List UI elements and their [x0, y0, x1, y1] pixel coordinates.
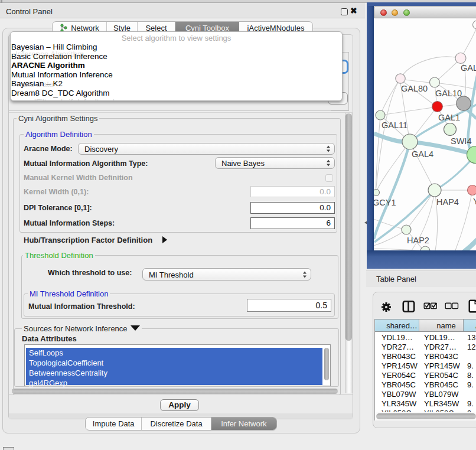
svg-text:SWI4: SWI4 [451, 136, 471, 146]
svg-text:HAP2: HAP2 [407, 236, 429, 245]
svg-text:HAP4: HAP4 [436, 197, 459, 207]
svg-text:GAL1: GAL1 [438, 113, 460, 122]
svg-text:GAL2: GAL2 [461, 63, 476, 73]
svg-text:YE: YE [473, 197, 476, 206]
svg-text:GAL80: GAL80 [401, 84, 428, 93]
svg-text:GAL4: GAL4 [412, 149, 433, 159]
svg-text:GAL10: GAL10 [435, 89, 462, 98]
svg-text:GAL11: GAL11 [382, 120, 407, 130]
svg-text:GCY1: GCY1 [374, 198, 396, 207]
